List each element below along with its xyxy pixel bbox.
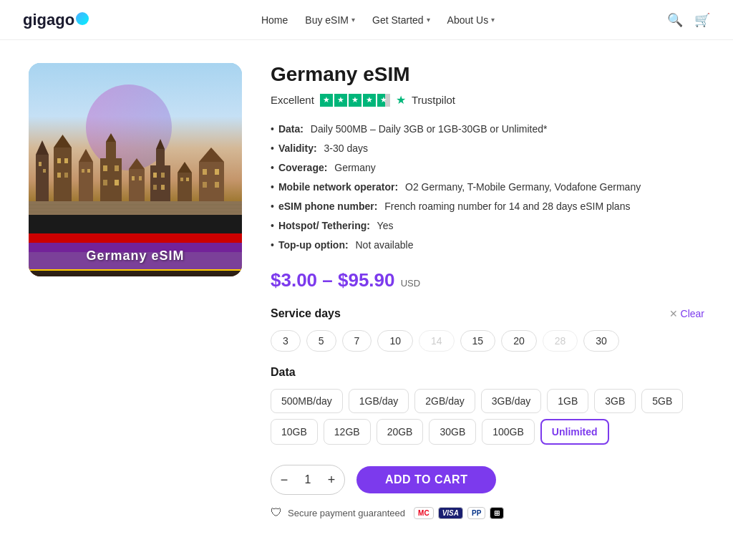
svg-rect-24 [132, 176, 135, 180]
data-pill-30gb[interactable]: 30GB [429, 419, 476, 445]
day-pill-10[interactable]: 10 [377, 330, 413, 352]
svg-rect-16 [106, 142, 116, 158]
data-pill-20gb[interactable]: 20GB [377, 419, 424, 445]
data-pill-3gb[interactable]: 3GB [594, 389, 636, 413]
star-5: ★ [377, 94, 390, 107]
product-image-label: Germany eSIM [29, 243, 242, 269]
shield-icon: 🛡 [271, 506, 282, 519]
clear-label: Clear [681, 308, 704, 319]
svg-rect-4 [43, 169, 46, 173]
data-pill-5gb[interactable]: 5GB [641, 389, 683, 413]
svg-rect-40 [215, 169, 219, 175]
add-to-cart-button[interactable]: ADD TO CART [356, 466, 496, 493]
feature-coverage: Coverage: Germany [271, 158, 704, 178]
nav-home[interactable]: Home [261, 14, 288, 26]
mastercard-icon: MC [414, 507, 434, 519]
svg-marker-28 [156, 139, 165, 149]
svg-rect-14 [87, 169, 90, 173]
nav-get-started[interactable]: Get Started ▾ [372, 14, 430, 26]
svg-rect-7 [57, 158, 61, 163]
svg-rect-39 [203, 169, 207, 175]
clear-button[interactable]: ✕ Clear [669, 308, 704, 319]
flag-black-stripe [29, 215, 242, 233]
data-pills: 500MB/day 1GB/day 2GB/day 3GB/day 1GB 3G… [271, 389, 704, 445]
day-pill-7[interactable]: 7 [342, 330, 372, 352]
features-list: Data: Daily 500MB – Daily 3GB or 1GB-30G… [271, 120, 704, 255]
product-title: Germany eSIM [271, 63, 704, 86]
svg-rect-27 [156, 149, 165, 165]
secure-payment-label: Secure payment guaranteed [288, 508, 405, 518]
trustpilot-brand: Trustpilot [412, 94, 455, 106]
star-1: ★ [320, 94, 333, 107]
day-pill-15[interactable]: 15 [460, 330, 496, 352]
product-info: Germany eSIM Excellent ★ ★ ★ ★ ★ ★ Trust… [271, 63, 704, 519]
visa-icon: VISA [438, 507, 463, 519]
svg-rect-31 [153, 185, 157, 190]
nav-buy-esim[interactable]: Buy eSIM ▾ [305, 14, 355, 26]
logo[interactable]: gigago [23, 11, 89, 29]
day-pill-30[interactable]: 30 [583, 330, 619, 352]
data-section-header: Data [271, 366, 704, 379]
svg-rect-29 [153, 173, 157, 178]
svg-marker-2 [36, 140, 49, 155]
star-rating: ★ ★ ★ ★ ★ [320, 94, 390, 107]
feature-topup: Top-up option: Not available [271, 236, 704, 255]
quantity-decrease[interactable]: − [271, 465, 297, 494]
paypal-icon: PP [467, 507, 485, 519]
svg-rect-36 [186, 178, 189, 181]
trustpilot-icon: ★ [396, 93, 406, 107]
svg-rect-35 [180, 178, 183, 181]
trustpilot-label: Excellent [271, 94, 314, 106]
svg-rect-19 [115, 165, 119, 171]
apple-pay-icon: ⊞ [490, 507, 504, 519]
service-days-title: Service days [271, 307, 341, 320]
header-icons: 🔍 🛒 [667, 12, 710, 28]
feature-data: Data: Daily 500MB – Daily 3GB or 1GB-30G… [271, 120, 704, 139]
cart-button[interactable]: 🛒 [694, 12, 710, 28]
svg-rect-20 [103, 180, 107, 185]
caret-icon: ▾ [491, 16, 495, 24]
svg-rect-18 [103, 165, 107, 171]
product-image: Germany eSIM [29, 63, 242, 276]
price-currency: USD [401, 278, 420, 289]
day-pill-20[interactable]: 20 [501, 330, 537, 352]
data-pill-unlimited[interactable]: Unlimited [540, 419, 609, 445]
data-pill-1gb[interactable]: 1GB [547, 389, 588, 413]
svg-rect-30 [161, 173, 165, 178]
data-pill-12gb[interactable]: 12GB [324, 419, 371, 445]
feature-hotspot: Hotspot/ Tethering: Yes [271, 216, 704, 236]
data-pill-2gb-day[interactable]: 2GB/day [414, 389, 475, 413]
day-pill-14[interactable]: 14 [419, 330, 455, 352]
search-button[interactable]: 🔍 [667, 12, 683, 28]
data-pill-500mb[interactable]: 500MB/day [271, 389, 343, 413]
nav-about-us[interactable]: About Us ▾ [447, 14, 495, 26]
svg-rect-13 [82, 169, 84, 173]
data-pill-1gb-day[interactable]: 1GB/day [349, 389, 409, 413]
service-days-header: Service days ✕ Clear [271, 307, 704, 320]
payment-icons: MC VISA PP ⊞ [414, 507, 504, 519]
svg-rect-3 [39, 162, 42, 166]
svg-marker-23 [129, 158, 145, 169]
feature-network: Mobile network operator: O2 Germany, T-M… [271, 178, 704, 197]
feature-validity: Validity: 3-30 days [271, 139, 704, 158]
data-pill-100gb[interactable]: 100GB [482, 419, 535, 445]
day-pill-5[interactable]: 5 [306, 330, 336, 352]
quantity-control: − 1 + [271, 465, 345, 495]
svg-rect-8 [64, 158, 68, 163]
cart-row: − 1 + ADD TO CART [271, 465, 704, 495]
svg-marker-38 [199, 148, 224, 162]
logo-dot [76, 12, 89, 25]
svg-rect-41 [203, 182, 207, 188]
product-image-wrap: Germany eSIM [29, 63, 242, 519]
quantity-increase[interactable]: + [319, 465, 344, 494]
day-pill-3[interactable]: 3 [271, 330, 301, 352]
clear-x-icon: ✕ [669, 308, 678, 319]
svg-rect-25 [139, 176, 142, 180]
svg-rect-32 [161, 185, 165, 190]
day-pill-28[interactable]: 28 [543, 330, 578, 352]
svg-marker-12 [79, 149, 93, 162]
logo-text: giga [23, 11, 55, 29]
data-pill-3gb-day[interactable]: 3GB/day [481, 389, 541, 413]
star-2: ★ [334, 94, 347, 107]
data-pill-10gb[interactable]: 10GB [271, 419, 318, 445]
